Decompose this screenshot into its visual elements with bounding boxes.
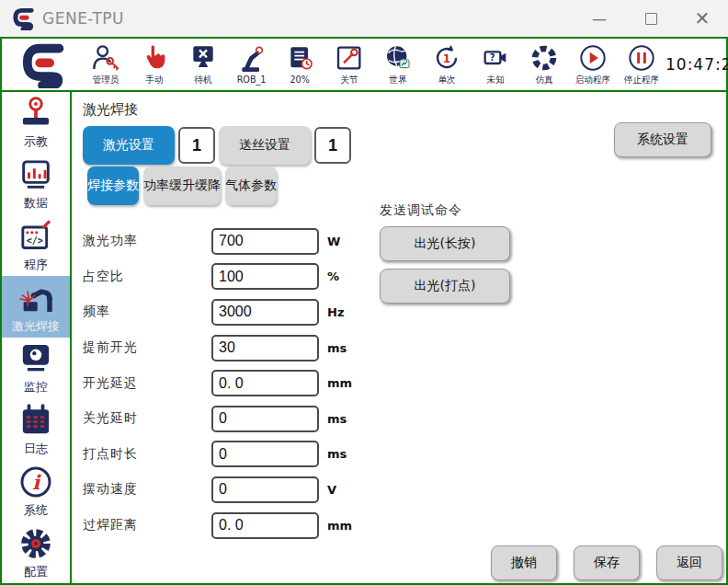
- toolbar-item-start-program[interactable]: 启动程序: [568, 43, 617, 86]
- tab-wire-feed-settings[interactable]: 送丝设置: [219, 126, 311, 165]
- title-bar: GENE-TPU — ✕: [0, 0, 728, 37]
- toolbar-item-unknown[interactable]: 未知: [471, 43, 519, 86]
- param-unit: %: [327, 270, 339, 283]
- laser-on-longpress-button[interactable]: 出光(长按): [380, 226, 510, 261]
- undo-button[interactable]: 撤销: [491, 545, 557, 580]
- overweld-distance-input[interactable]: [211, 512, 319, 539]
- duty-cycle-input[interactable]: [211, 263, 319, 290]
- tab-laser-settings[interactable]: 激光设置: [83, 126, 175, 165]
- toolbar-item-label: 单次: [438, 74, 455, 86]
- sidebar-item-laser-weld[interactable]: 激光焊接: [2, 276, 70, 338]
- toolbar-item-label: 20%: [290, 75, 310, 85]
- toolbar-item-joint-coord[interactable]: 关节: [324, 43, 373, 86]
- toolbar-item-robot[interactable]: ROB_1: [227, 44, 276, 85]
- spot-duration-input[interactable]: [211, 441, 319, 467]
- pre-open-light-input[interactable]: [211, 335, 319, 361]
- param-unit: mm: [327, 519, 352, 533]
- param-unit: ms: [327, 341, 347, 355]
- param-label: 激光功率: [83, 233, 211, 249]
- toolbar-item-label: 待机: [194, 74, 211, 86]
- page-title: 激光焊接: [83, 101, 726, 119]
- param-row: 提前开光 ms: [83, 330, 726, 366]
- weld-robot-icon: [17, 280, 55, 316]
- teach-pendant-icon: [17, 95, 55, 132]
- sidebar-item-config[interactable]: 配置: [2, 522, 70, 583]
- sidebar-item-log[interactable]: 日志: [2, 399, 70, 461]
- param-unit: W: [327, 235, 340, 248]
- toolbar-item-admin[interactable]: 管理员: [81, 43, 130, 86]
- toolbar-item-stop-program[interactable]: 停止程序: [617, 43, 665, 86]
- admin-key-icon: [90, 43, 121, 73]
- maximize-button[interactable]: [625, 0, 677, 37]
- sidebar-item-program[interactable]: 程序: [2, 215, 70, 277]
- sidebar-item-teach[interactable]: 示教: [2, 92, 70, 154]
- minimize-button[interactable]: —: [574, 0, 625, 37]
- cycle-one-icon: [431, 43, 462, 73]
- laser-on-spot-button[interactable]: 出光(打点): [380, 269, 510, 304]
- swing-speed-input[interactable]: [211, 476, 319, 503]
- sidebar-nav: 示教 数据 程序 激光焊接: [2, 92, 72, 583]
- laser-power-input[interactable]: [211, 228, 319, 255]
- sidebar-item-label: 程序: [24, 257, 48, 273]
- sidebar-item-label: 示教: [24, 133, 48, 150]
- param-row: 开光延迟 mm: [83, 365, 726, 401]
- param-unit: ms: [327, 447, 347, 461]
- system-settings-button[interactable]: 系统设置: [614, 122, 711, 157]
- tab-weld-params[interactable]: 焊接参数: [87, 166, 139, 205]
- toolbar-item-label: 仿真: [535, 74, 552, 86]
- param-label: 摆动速度: [83, 481, 211, 498]
- close-button[interactable]: ✕: [677, 0, 728, 37]
- sidebar-item-system[interactable]: 系统: [2, 461, 70, 522]
- debug-panel-title: 发送调试命令: [380, 202, 510, 219]
- frequency-input[interactable]: [211, 299, 319, 326]
- toolbar-item-manual-mode[interactable]: 手动: [130, 43, 178, 86]
- save-button[interactable]: 保存: [574, 545, 640, 580]
- toolbar-item-world-coord[interactable]: 世界: [373, 43, 422, 86]
- app-logo-icon: [11, 6, 35, 30]
- hand-icon: [139, 43, 170, 73]
- param-row: 关光延时 ms: [83, 401, 726, 437]
- toolbar-item-label: 手动: [145, 74, 163, 86]
- sidebar-item-monitor[interactable]: 监控: [2, 338, 70, 399]
- sidebar-item-label: 数据: [24, 195, 48, 212]
- param-label: 占空比: [83, 269, 211, 285]
- data-chart-icon: [17, 156, 55, 193]
- param-tab-row: 焊接参数 功率缓升缓降 气体参数: [83, 166, 726, 205]
- monitor-cam-icon: [17, 340, 55, 377]
- laser-channel-input[interactable]: [178, 127, 215, 164]
- sidebar-item-label: 日志: [24, 441, 48, 457]
- tab-power-ramp[interactable]: 功率缓升缓降: [143, 166, 221, 205]
- brand-logo-icon: [13, 40, 72, 88]
- joint-icon: [334, 43, 365, 73]
- calendar-log-icon: [17, 402, 55, 439]
- open-light-delay-input[interactable]: [211, 370, 319, 396]
- app-window: GENE-TPU — ✕ 管理员 手动: [0, 0, 728, 585]
- param-unit: Hz: [327, 305, 344, 319]
- toolbar-item-simulation[interactable]: 仿真: [519, 43, 568, 86]
- camera-question-icon: [480, 43, 511, 73]
- doc-clock-icon: [285, 44, 316, 74]
- toolbar-item-speed[interactable]: 20%: [276, 44, 324, 85]
- window-controls: — ✕: [574, 0, 728, 37]
- app-body: 示教 数据 程序 激光焊接: [2, 92, 726, 583]
- window-title: GENE-TPU: [42, 9, 124, 28]
- main-content: 激光焊接 激光设置 送丝设置 系统设置 焊接参数 功率缓升缓降: [72, 92, 726, 583]
- return-button[interactable]: 返回: [656, 545, 722, 580]
- wire-channel-input[interactable]: [314, 127, 351, 164]
- toolbar-item-standby[interactable]: 待机: [178, 43, 227, 86]
- toolbar-item-label: 停止程序: [623, 74, 658, 86]
- close-light-delay-input[interactable]: [211, 406, 319, 432]
- toolbar-item-label: 关节: [340, 74, 358, 86]
- toolbar-item-single-run[interactable]: 单次: [422, 43, 471, 86]
- sidebar-item-label: 激光焊接: [12, 318, 60, 335]
- sidebar-item-label: 系统: [24, 502, 48, 519]
- sidebar-item-label: 配置: [24, 564, 48, 580]
- param-label: 开光延迟: [83, 375, 211, 392]
- param-row: 打点时长 ms: [83, 437, 726, 473]
- param-row: 摆动速度 V: [83, 472, 726, 508]
- param-label: 过焊距离: [83, 517, 211, 533]
- status-toolbar: 管理员 手动 待机 ROB_1: [2, 39, 726, 92]
- sidebar-item-data[interactable]: 数据: [2, 154, 70, 215]
- tab-gas-params[interactable]: 气体参数: [225, 166, 277, 205]
- info-circle-icon: [17, 464, 55, 500]
